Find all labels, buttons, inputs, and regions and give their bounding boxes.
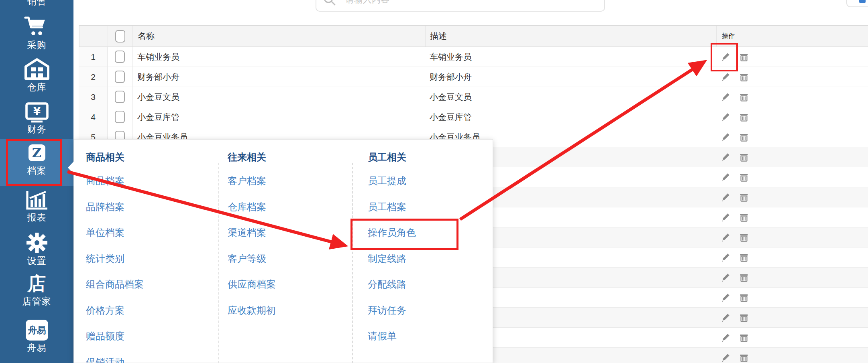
sidebar-item-warehouse[interactable]: 仓库 <box>0 58 73 93</box>
edit-pencil-icon[interactable] <box>721 253 730 262</box>
delete-trash-icon[interactable] <box>739 213 749 222</box>
zhouyi-icon: 舟易 <box>0 320 73 341</box>
row-desc: 财务部小舟 <box>425 67 716 87</box>
menu-item[interactable]: 供应商档案 <box>228 278 276 291</box>
sidebar-item-sales[interactable]: 销售 <box>0 0 73 8</box>
sidebar-item-shop-manager[interactable]: 店 店管家 <box>0 274 73 308</box>
row-checkbox-cell <box>108 107 132 127</box>
delete-trash-icon[interactable] <box>739 52 749 62</box>
menu-item[interactable]: 员工档案 <box>368 201 406 213</box>
delete-trash-icon[interactable] <box>739 72 749 82</box>
edit-pencil-icon[interactable] <box>721 193 730 202</box>
delete-trash-icon[interactable] <box>739 152 749 162</box>
menu-section-title: 商品相关 <box>86 151 124 164</box>
edit-pencil-icon[interactable] <box>721 112 730 122</box>
menu-divider-1 <box>218 163 219 363</box>
row-actions <box>716 348 868 363</box>
row-checkbox[interactable] <box>115 111 125 123</box>
archives-mega-menu: 商品相关商品档案品牌档案单位档案统计类别组合商品档案价格方案赠品额度促销活动往来… <box>73 139 493 363</box>
warehouse-icon <box>0 58 73 80</box>
delete-trash-icon[interactable] <box>739 273 749 282</box>
menu-divider-2 <box>352 163 353 363</box>
menu-item[interactable]: 员工提成 <box>368 174 406 187</box>
edit-pencil-icon[interactable] <box>721 72 730 82</box>
menu-item[interactable]: 制定线路 <box>368 252 406 265</box>
sidebar-item-settings[interactable]: 设置 <box>0 231 73 267</box>
delete-trash-icon[interactable] <box>739 333 749 343</box>
menu-item[interactable]: 单位档案 <box>86 226 124 239</box>
edit-pencil-icon[interactable] <box>721 172 730 182</box>
row-checkbox-cell <box>108 67 132 87</box>
delete-trash-icon[interactable] <box>739 193 749 202</box>
delete-trash-icon[interactable] <box>739 253 749 262</box>
menu-item[interactable]: 客户档案 <box>228 174 266 187</box>
row-actions <box>716 227 868 247</box>
row-checkbox[interactable] <box>115 51 125 63</box>
edit-pencil-icon[interactable] <box>721 152 730 162</box>
sidebar-item-finance[interactable]: ¥ 财务 <box>0 101 73 136</box>
edit-pencil-icon[interactable] <box>721 293 730 302</box>
table-row: 4小金豆库管小金豆库管 <box>79 107 868 127</box>
menu-item[interactable]: 组合商品档案 <box>86 278 144 291</box>
app-root: 请输入内容 名称 描述 操作 1车销业务员车销业务员2财务部小舟财务部小舟3小金… <box>0 0 868 363</box>
row-name: 小金豆文员 <box>132 87 425 107</box>
table-row: 2财务部小舟财务部小舟 <box>79 67 868 87</box>
edit-pencil-icon[interactable] <box>721 92 730 102</box>
menu-item[interactable]: 赠品额度 <box>86 330 124 343</box>
delete-trash-icon[interactable] <box>739 233 749 242</box>
edit-pencil-icon[interactable] <box>721 313 730 322</box>
menu-item[interactable]: 仓库档案 <box>228 201 266 213</box>
finance-icon: ¥ <box>0 101 73 123</box>
row-actions <box>716 127 868 147</box>
menu-item[interactable]: 价格方案 <box>86 304 124 317</box>
annotation-box-edit-icon <box>711 43 738 71</box>
sidebar-item-reports[interactable]: 报表 <box>0 189 73 224</box>
row-actions <box>716 47 868 67</box>
sidebar-item-purchase[interactable]: 采购 <box>0 14 73 51</box>
edit-pencil-icon[interactable] <box>721 132 730 142</box>
edit-pencil-icon[interactable] <box>721 273 730 282</box>
edit-pencil-icon[interactable] <box>721 213 730 222</box>
row-actions <box>716 247 868 267</box>
menu-item[interactable]: 拜访任务 <box>368 304 406 317</box>
menu-item[interactable]: 应收款期初 <box>228 304 276 317</box>
delete-trash-icon[interactable] <box>739 92 749 102</box>
edit-pencil-icon[interactable] <box>721 333 730 343</box>
search-placeholder: 请输入内容 <box>345 0 389 6</box>
delete-trash-icon[interactable] <box>739 353 749 363</box>
delete-trash-icon[interactable] <box>739 293 749 302</box>
shop-icon: 店 <box>0 274 73 293</box>
menu-item[interactable]: 分配线路 <box>368 278 406 291</box>
menu-item[interactable]: 渠道档案 <box>228 226 266 239</box>
delete-trash-icon[interactable] <box>739 313 749 322</box>
row-actions <box>716 187 868 207</box>
row-desc: 小金豆库管 <box>425 107 716 127</box>
menu-item[interactable]: 商品档案 <box>86 174 124 187</box>
row-actions <box>716 268 868 287</box>
row-checkbox[interactable] <box>115 71 125 83</box>
row-name: 小金豆库管 <box>132 107 425 127</box>
select-all-checkbox[interactable] <box>115 30 125 43</box>
row-checkbox-cell <box>108 47 132 67</box>
row-actions <box>716 328 868 347</box>
advanced-filter-button[interactable] <box>846 0 868 7</box>
menu-item[interactable]: 促销活动 <box>86 356 124 363</box>
delete-trash-icon[interactable] <box>739 112 749 122</box>
sidebar-item-zhouyi[interactable]: 舟易 舟易 <box>0 320 73 354</box>
search-input[interactable]: 请输入内容 <box>316 0 605 12</box>
edit-pencil-icon[interactable] <box>721 233 730 242</box>
menu-item[interactable]: 统计类别 <box>86 252 124 265</box>
svg-text:¥: ¥ <box>33 105 40 118</box>
menu-item[interactable]: 品牌档案 <box>86 201 124 213</box>
popup-left-caret <box>68 161 74 174</box>
header-desc: 描述 <box>426 26 717 47</box>
menu-section-title: 员工相关 <box>368 151 406 164</box>
row-actions <box>716 207 868 227</box>
menu-item[interactable]: 请假单 <box>368 330 397 343</box>
row-checkbox[interactable] <box>115 91 125 103</box>
edit-pencil-icon[interactable] <box>721 353 730 363</box>
menu-item[interactable]: 客户等级 <box>228 252 266 265</box>
delete-trash-icon[interactable] <box>739 132 749 142</box>
row-checkbox-cell <box>108 87 132 107</box>
delete-trash-icon[interactable] <box>739 172 749 182</box>
